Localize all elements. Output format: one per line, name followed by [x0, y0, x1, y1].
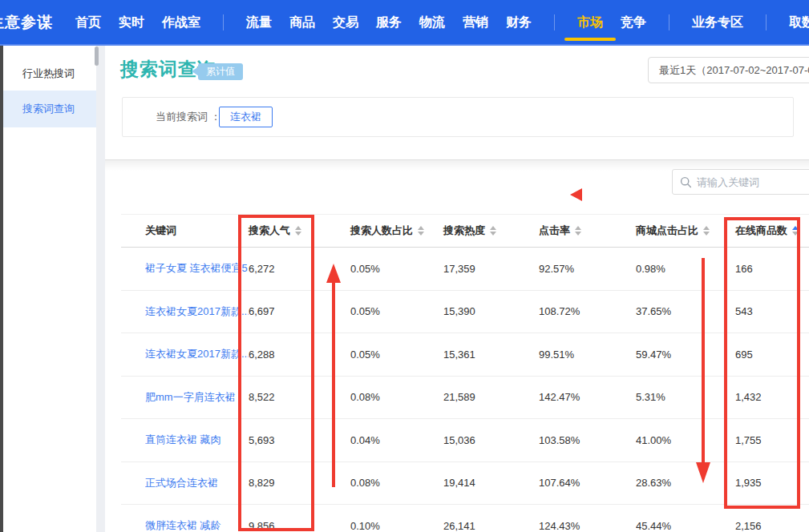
- nav-item-market[interactable]: 市场: [577, 0, 603, 44]
- cell-search-popularity: 8,522: [249, 391, 350, 403]
- nav-item-marketing[interactable]: 营销: [463, 0, 488, 44]
- cell-online-products: 543: [735, 305, 809, 317]
- cell-online-products: 2,156: [735, 520, 809, 532]
- keyword-link[interactable]: 直筒连衣裙 藏肉: [145, 433, 249, 447]
- sort-icon: [703, 226, 710, 236]
- keyword-link[interactable]: 连衣裙女夏2017新款...: [145, 347, 249, 361]
- nav-item-home[interactable]: 首页: [75, 0, 101, 44]
- cell-online-products: 695: [735, 349, 809, 361]
- keyword-link[interactable]: 连衣裙女夏2017新款...: [145, 304, 249, 319]
- table-row: 微胖连衣裙 减龄 9,856 0.10% 26,141 124.43% 45.4…: [121, 505, 809, 532]
- cell-click-rate: 92.57%: [539, 263, 636, 275]
- cell-search-popularity: 8,829: [249, 477, 350, 489]
- cell-mall-click-share: 59.47%: [636, 349, 735, 361]
- nav-divider: [554, 14, 555, 30]
- column-header-keyword: 关键词: [145, 224, 249, 238]
- sidebar-item-industry-hot-words[interactable]: 行业热搜词: [3, 57, 96, 91]
- cell-mall-click-share: 0.98%: [636, 263, 735, 275]
- table-row: 直筒连衣裙 藏肉 5,693 0.04% 15,036 103.58% 41.0…: [121, 419, 809, 462]
- column-header-search-popularity[interactable]: 搜索人气: [249, 224, 350, 238]
- cell-search-popularity: 6,272: [249, 263, 350, 275]
- app-logo: 生意参谋: [0, 12, 53, 33]
- nav-item-realtime[interactable]: 实时: [119, 0, 144, 44]
- date-range-filter[interactable]: 最近1天（2017-07-02~2017-07-02）: [648, 57, 809, 83]
- table-header-row: 关键词 搜索人气 搜索人数占比 搜索热度 点击率 商城点击占比 在线商品数: [121, 214, 809, 248]
- cell-search-popularity: 9,856: [249, 520, 350, 532]
- cell-searcher-share: 0.05%: [350, 349, 443, 361]
- nav-item-goods[interactable]: 商品: [289, 0, 315, 44]
- sidebar-gutter: [96, 46, 105, 532]
- nav-divider: [223, 14, 224, 30]
- cell-search-popularity: 6,697: [249, 305, 350, 317]
- keyword-link[interactable]: 裙子女夏 连衣裙便宜5..: [145, 261, 249, 276]
- cell-search-heat: 21,589: [443, 391, 539, 403]
- cell-search-heat: 15,036: [443, 434, 539, 446]
- cell-search-heat: 15,390: [443, 305, 539, 317]
- cell-search-heat: 17,359: [443, 263, 539, 275]
- cell-online-products: 1,432: [735, 391, 809, 403]
- nav-items: 首页 实时 作战室 流量 商品 交易 服务 物流 营销 财务 市场 竞争 业务专…: [75, 0, 809, 44]
- column-label: 搜索人气: [249, 224, 290, 238]
- cell-click-rate: 108.72%: [539, 305, 636, 317]
- keyword-link[interactable]: 肥mm一字肩连衣裙: [145, 390, 249, 405]
- cell-search-heat: 26,141: [443, 520, 539, 532]
- column-header-mall-click-share[interactable]: 商城点击占比: [636, 224, 735, 238]
- keyword-search-input[interactable]: [697, 170, 809, 194]
- nav-item-data-fetch[interactable]: 取数: [789, 0, 809, 44]
- nav-item-trade[interactable]: 交易: [333, 0, 358, 44]
- column-label: 搜索热度: [443, 224, 485, 238]
- nav-item-traffic[interactable]: 流量: [246, 0, 272, 44]
- nav-item-finance[interactable]: 财务: [506, 0, 532, 44]
- column-header-searcher-share[interactable]: 搜索人数占比: [350, 224, 443, 238]
- column-label: 点击率: [539, 224, 570, 238]
- sidebar-scrollbar-thumb[interactable]: [95, 46, 99, 66]
- sort-icon: [418, 226, 424, 236]
- nav-item-logistics[interactable]: 物流: [419, 0, 445, 44]
- sort-icon: [575, 226, 581, 236]
- sort-icon: [295, 226, 301, 236]
- keyword-link[interactable]: 微胖连衣裙 减龄: [145, 518, 249, 532]
- cell-mall-click-share: 28.63%: [636, 477, 735, 489]
- results-section: 关键词 搜索人气 搜索人数占比 搜索热度 点击率 商城点击占比 在线商品数 裙子…: [105, 160, 809, 532]
- cell-mall-click-share: 41.00%: [636, 434, 735, 446]
- column-label: 关键词: [145, 224, 176, 238]
- cell-searcher-share: 0.08%: [350, 391, 443, 403]
- cell-click-rate: 124.43%: [539, 520, 636, 532]
- column-label: 在线商品数: [735, 224, 787, 238]
- column-header-search-heat[interactable]: 搜索热度: [443, 224, 539, 238]
- nav-item-business-zone[interactable]: 业务专区: [692, 0, 743, 44]
- cell-searcher-share: 0.08%: [350, 477, 443, 489]
- keyword-link[interactable]: 正式场合连衣裙: [145, 476, 249, 490]
- search-words-table: 关键词 搜索人气 搜索人数占比 搜索热度 点击率 商城点击占比 在线商品数 裙子…: [121, 214, 809, 532]
- cell-online-products: 1,935: [735, 477, 809, 489]
- nav-item-service[interactable]: 服务: [376, 0, 402, 44]
- table-row: 连衣裙女夏2017新款... 6,288 0.05% 15,361 99.51%…: [121, 333, 809, 377]
- column-label: 搜索人数占比: [350, 224, 413, 238]
- nav-item-warroom[interactable]: 作战室: [162, 0, 200, 44]
- nav-item-competition[interactable]: 竞争: [621, 0, 646, 44]
- cell-mall-click-share: 45.44%: [636, 520, 735, 532]
- cell-search-heat: 15,361: [443, 349, 539, 361]
- sort-icon: [490, 226, 496, 236]
- table-row: 正式场合连衣裙 8,829 0.08% 19,414 107.64% 28.63…: [121, 462, 809, 506]
- cell-search-popularity: 6,288: [249, 349, 350, 361]
- cell-click-rate: 107.64%: [539, 477, 636, 489]
- cell-searcher-share: 0.10%: [350, 520, 443, 532]
- nav-divider: [766, 14, 767, 30]
- cell-searcher-share: 0.05%: [350, 305, 443, 317]
- current-search-tag[interactable]: 连衣裙: [219, 107, 273, 127]
- cell-online-products: 1,755: [735, 434, 809, 446]
- cell-search-heat: 19,414: [443, 477, 539, 489]
- table-row: 肥mm一字肩连衣裙 8,522 0.08% 21,589 142.47% 5.3…: [121, 377, 809, 420]
- nav-divider: [669, 14, 669, 30]
- cell-searcher-share: 0.04%: [350, 434, 443, 446]
- search-icon: [680, 176, 692, 188]
- cell-mall-click-share: 5.31%: [636, 391, 735, 403]
- sidebar-item-search-word-query[interactable]: 搜索词查询: [3, 91, 96, 127]
- sidebar: 行业热搜词 搜索词查询: [3, 46, 96, 532]
- column-header-click-rate[interactable]: 点击率: [539, 224, 636, 238]
- cell-search-popularity: 5,693: [249, 434, 350, 446]
- cell-click-rate: 99.51%: [539, 349, 636, 361]
- current-search-panel: 当前搜索词 ： 连衣裙: [122, 97, 794, 137]
- column-header-online-products[interactable]: 在线商品数: [735, 224, 809, 238]
